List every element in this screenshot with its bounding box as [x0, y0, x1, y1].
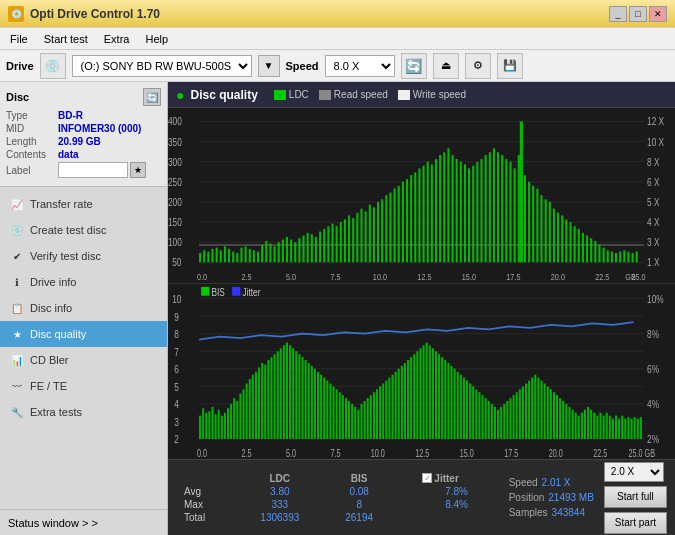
svg-rect-96 — [439, 155, 441, 262]
drive-arrow-button[interactable]: ▼ — [258, 55, 280, 77]
svg-rect-39 — [203, 250, 205, 262]
drive-label: Drive — [6, 60, 34, 72]
length-value: 20.99 GB — [58, 136, 101, 147]
svg-rect-114 — [505, 159, 507, 262]
svg-rect-210 — [314, 368, 316, 438]
svg-rect-126 — [561, 215, 563, 262]
svg-text:17.5: 17.5 — [506, 271, 520, 282]
save-icon[interactable]: 💾 — [497, 53, 523, 79]
svg-rect-78 — [365, 211, 367, 262]
svg-rect-209 — [311, 365, 313, 438]
svg-rect-291 — [565, 403, 567, 438]
svg-rect-174 — [202, 408, 204, 439]
svg-rect-302 — [599, 412, 601, 438]
sidebar-item-extra-tests[interactable]: 🔧 Extra tests — [0, 399, 167, 425]
sidebar-item-cd-bler[interactable]: 📊 CD Bler — [0, 347, 167, 373]
sidebar-label-extra-tests: Extra tests — [30, 406, 82, 418]
svg-text:12.5: 12.5 — [415, 447, 429, 459]
sidebar-item-fe-te[interactable]: 〰 FE / TE — [0, 373, 167, 399]
svg-rect-274 — [513, 395, 515, 439]
sidebar-item-verify-test-disc[interactable]: ✔ Verify test disc — [0, 243, 167, 269]
svg-rect-294 — [575, 412, 577, 438]
svg-text:17.5: 17.5 — [504, 447, 518, 459]
label-label: Label — [6, 165, 58, 176]
svg-rect-191 — [255, 371, 257, 438]
svg-rect-104 — [472, 166, 474, 263]
drive-select[interactable]: (O:) SONY BD RW BWU-500S 2.63 — [72, 55, 252, 77]
svg-rect-134 — [594, 241, 596, 262]
svg-rect-287 — [553, 392, 555, 439]
svg-rect-282 — [537, 377, 539, 438]
svg-rect-270 — [500, 406, 502, 438]
svg-rect-59 — [286, 237, 288, 263]
status-window[interactable]: Status window > > — [0, 509, 167, 535]
svg-rect-260 — [469, 383, 471, 439]
eject-icon[interactable]: ⏏ — [433, 53, 459, 79]
disc-refresh-button[interactable]: 🔄 — [143, 88, 161, 106]
sidebar-item-transfer-rate[interactable]: 📈 Transfer rate — [0, 191, 167, 217]
svg-rect-57 — [278, 242, 280, 262]
svg-rect-141 — [623, 250, 625, 262]
avg-bis: 0.08 — [324, 485, 394, 498]
speed-select[interactable]: 8.0 X 4.0 X 2.0 X Max — [325, 55, 395, 77]
svg-rect-199 — [280, 348, 282, 439]
svg-rect-44 — [224, 246, 226, 262]
maximize-button[interactable]: □ — [629, 6, 647, 22]
svg-text:5: 5 — [174, 380, 179, 393]
sidebar-item-disc-quality[interactable]: ★ Disc quality — [0, 321, 167, 347]
svg-text:150: 150 — [168, 216, 182, 228]
svg-rect-313 — [634, 417, 636, 439]
refresh-icon[interactable]: 🔄 — [401, 53, 427, 79]
svg-rect-257 — [460, 374, 462, 438]
svg-rect-263 — [478, 392, 480, 439]
sidebar-item-disc-info[interactable]: 📋 Disc info — [0, 295, 167, 321]
svg-rect-314 — [637, 418, 639, 438]
label-star-button[interactable]: ★ — [130, 162, 146, 178]
svg-rect-272 — [506, 401, 508, 439]
mid-label: MID — [6, 123, 58, 134]
sidebar-item-create-test-disc[interactable]: 💿 Create test disc — [0, 217, 167, 243]
label-input[interactable] — [58, 162, 128, 178]
svg-rect-208 — [308, 362, 310, 438]
svg-rect-54 — [265, 241, 267, 262]
svg-rect-262 — [475, 389, 477, 439]
minimize-button[interactable]: _ — [609, 6, 627, 22]
svg-text:10 X: 10 X — [647, 136, 665, 148]
svg-rect-56 — [274, 246, 276, 262]
svg-rect-295 — [578, 415, 580, 438]
svg-rect-312 — [631, 418, 633, 438]
svg-rect-198 — [277, 351, 279, 439]
start-full-button[interactable]: Start full — [604, 486, 667, 508]
svg-rect-98 — [447, 148, 449, 262]
svg-rect-76 — [356, 213, 358, 263]
menu-help[interactable]: Help — [139, 31, 174, 47]
window-controls[interactable]: _ □ ✕ — [609, 6, 667, 22]
sidebar-item-drive-info[interactable]: ℹ Drive info — [0, 269, 167, 295]
status-window-label: Status window > > — [8, 517, 98, 529]
svg-rect-144 — [636, 252, 638, 263]
settings-icon[interactable]: ⚙ — [465, 53, 491, 79]
close-button[interactable]: ✕ — [649, 6, 667, 22]
menu-extra[interactable]: Extra — [98, 31, 136, 47]
svg-rect-194 — [264, 364, 266, 439]
svg-rect-268 — [494, 406, 496, 438]
svg-text:10: 10 — [172, 292, 182, 305]
start-part-button[interactable]: Start part — [604, 512, 667, 534]
svg-rect-228 — [370, 395, 372, 439]
menubar: File Start test Extra Help — [0, 28, 675, 50]
svg-text:0.0: 0.0 — [197, 447, 207, 459]
disc-quality-title: Disc quality — [190, 88, 257, 102]
max-label: Max — [176, 498, 236, 511]
svg-rect-226 — [364, 401, 366, 439]
svg-rect-221 — [348, 401, 350, 439]
sidebar-label-fe-te: FE / TE — [30, 380, 67, 392]
svg-rect-65 — [311, 234, 313, 262]
drive-info-icon: ℹ — [10, 275, 24, 289]
svg-text:6: 6 — [174, 362, 179, 375]
svg-rect-112 — [497, 152, 499, 262]
action-speed-select[interactable]: 2.0 X 4.0 X 8.0 X — [604, 462, 664, 482]
menu-file[interactable]: File — [4, 31, 34, 47]
legend-read-speed: Read speed — [319, 89, 388, 100]
menu-start-test[interactable]: Start test — [38, 31, 94, 47]
svg-rect-71 — [336, 226, 338, 262]
